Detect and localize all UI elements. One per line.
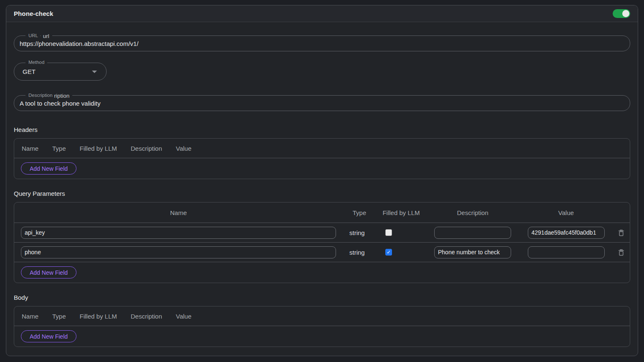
column-header-value: Value [176, 313, 191, 320]
headers-add-row: Add New Field [14, 158, 630, 179]
body-table-head: Name Type Filled by LLM Description Valu… [14, 306, 630, 326]
query-parameters-table-head: Name Type Filled by LLM Description Valu… [14, 203, 630, 223]
param-name-input[interactable] [21, 246, 336, 258]
description-field: Description ription A tool to check phon… [14, 95, 630, 111]
method-selected-value: GET [14, 68, 36, 75]
trash-icon [618, 249, 624, 256]
phone-check-panel: Phone-check URL · url https://phonevalid… [6, 5, 638, 356]
column-header-name: Name [14, 209, 343, 216]
query-parameters-add-field-button[interactable]: Add New Field [21, 266, 76, 278]
filled-by-llm-checkbox[interactable] [385, 229, 392, 236]
param-type-value: string [343, 249, 376, 256]
url-label: url [43, 33, 49, 39]
column-header-filled-by-llm: Filled by LLM [376, 209, 426, 216]
method-legend: Method [28, 59, 44, 66]
column-header-filled-by-llm: Filled by LLM [80, 145, 117, 152]
column-header-filled-by-llm: Filled by LLM [80, 313, 117, 320]
param-description-input[interactable] [434, 227, 511, 239]
param-description-input[interactable] [434, 246, 511, 258]
param-type-value: string [343, 229, 376, 236]
url-label-separator: · [40, 33, 41, 39]
column-header-value: Value [176, 145, 191, 152]
method-select[interactable]: Method GET [14, 63, 107, 81]
param-value-input[interactable] [528, 246, 605, 258]
column-header-name: Name [22, 313, 38, 320]
description-field-label: Description ription [25, 92, 72, 99]
column-header-description: Description [426, 209, 519, 216]
column-header-type: Type [52, 313, 66, 320]
page-title: Phone-check [14, 10, 53, 17]
description-legend: Description [28, 92, 53, 99]
headers-table: Name Type Filled by LLM Description Valu… [14, 138, 630, 179]
table-row: string [14, 243, 630, 262]
toggle-knob-icon [622, 10, 629, 17]
description-input[interactable]: A tool to check phone validity [14, 100, 100, 107]
column-header-value: Value [519, 209, 613, 216]
delete-row-button[interactable] [617, 228, 625, 237]
table-row: string [14, 223, 630, 243]
query-parameters-table: Name Type Filled by LLM Description Valu… [14, 202, 630, 283]
body-section-title: Body [14, 294, 630, 302]
param-value-input[interactable] [528, 227, 605, 239]
column-header-type: Type [52, 145, 66, 152]
column-header-name: Name [22, 145, 38, 152]
headers-add-field-button[interactable]: Add New Field [21, 162, 76, 175]
enabled-toggle[interactable] [613, 9, 630, 18]
url-field-label: URL · url [25, 32, 52, 39]
query-parameters-add-row: Add New Field [14, 262, 630, 283]
headers-table-head: Name Type Filled by LLM Description Valu… [14, 139, 630, 158]
body-table: Name Type Filled by LLM Description Valu… [14, 306, 630, 347]
filled-by-llm-checkbox[interactable] [385, 249, 392, 256]
body-add-field-button[interactable]: Add New Field [21, 330, 76, 342]
trash-icon [618, 229, 624, 236]
param-name-input[interactable] [21, 227, 336, 239]
method-field-label: Method [25, 59, 47, 66]
chevron-down-icon [92, 71, 97, 73]
query-parameters-section-title: Query Parameters [14, 190, 630, 198]
column-header-description: Description [131, 145, 162, 152]
url-legend: URL [28, 33, 38, 39]
delete-row-button[interactable] [617, 248, 625, 257]
description-label: ription [54, 93, 70, 99]
url-field: URL · url https://phonevalidation.abstra… [14, 35, 630, 51]
headers-section-title: Headers [14, 126, 630, 134]
panel-body: URL · url https://phonevalidation.abstra… [6, 35, 638, 347]
panel-header: Phone-check [6, 5, 638, 22]
body-add-row: Add New Field [14, 326, 630, 347]
url-input[interactable]: https://phonevalidation.abstractapi.com/… [14, 40, 138, 47]
column-header-description: Description [131, 313, 162, 320]
column-header-type: Type [343, 209, 376, 216]
